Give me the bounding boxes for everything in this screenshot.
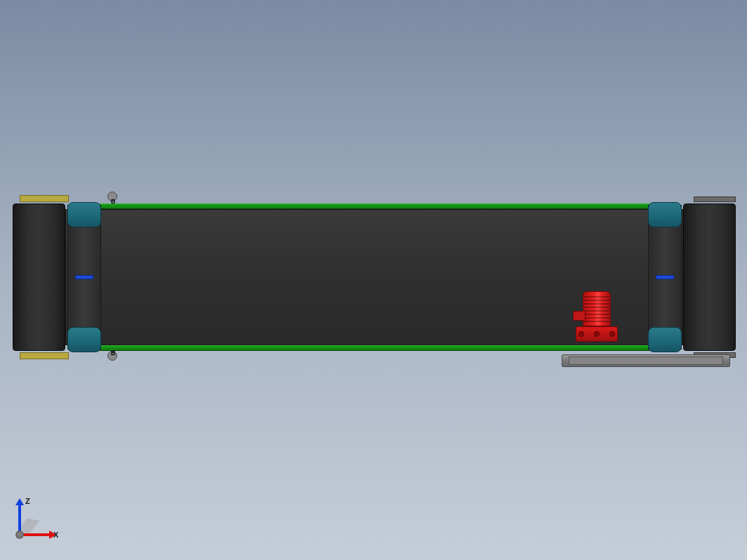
axis-z-icon	[18, 504, 21, 532]
motor-bolt	[594, 331, 600, 337]
rail-top	[69, 204, 680, 209]
bearing-top-left	[67, 202, 101, 227]
center-mark-right	[656, 275, 674, 279]
base-plate-inner	[569, 356, 723, 365]
tensioner-bracket-bottom-left	[20, 352, 69, 359]
end-roller-left	[13, 204, 65, 351]
motor-bolt	[609, 331, 615, 337]
bearing-bottom-right	[648, 327, 682, 352]
axis-x-icon	[22, 533, 51, 536]
triad-origin-icon	[15, 531, 24, 539]
label-bearing-top: B	[111, 198, 116, 205]
bracket-top-right	[694, 196, 736, 202]
coordinate-triad[interactable]: Z X	[15, 497, 58, 539]
axis-label-z: Z	[25, 497, 30, 505]
bearing-bottom-left	[67, 327, 101, 352]
label-bearing-bottom: B	[111, 349, 116, 356]
motor-assembly	[576, 291, 618, 354]
bearing-top-right	[648, 202, 682, 227]
center-mark-left	[75, 275, 93, 279]
motor-bolt	[579, 331, 584, 337]
motor-cooling-fins	[584, 294, 609, 324]
end-roller-right	[683, 204, 736, 351]
cad-viewport[interactable]: B B Z X	[0, 0, 747, 560]
conveyor-assembly: B B	[13, 196, 736, 358]
motor-junction-box	[573, 311, 586, 321]
axis-label-x: X	[53, 531, 58, 539]
tensioner-bracket-top-left	[20, 195, 69, 202]
